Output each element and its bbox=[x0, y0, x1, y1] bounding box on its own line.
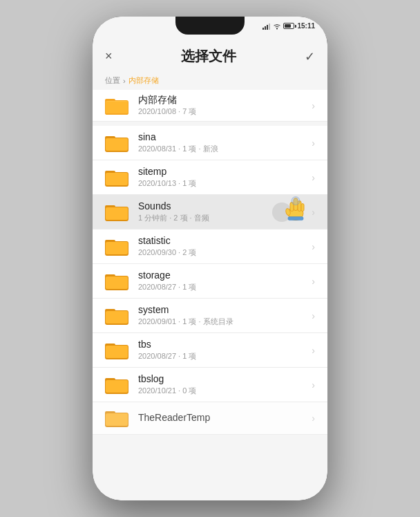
battery-icon bbox=[283, 23, 294, 29]
folder-icon bbox=[105, 236, 130, 257]
breadcrumb-current[interactable]: 内部存储 bbox=[128, 75, 159, 86]
breadcrumb-label: 位置 bbox=[105, 75, 120, 86]
folder-icon bbox=[105, 271, 130, 292]
file-name: tbslog bbox=[138, 373, 309, 384]
file-info: storage 2020/08/27 · 1 项 bbox=[138, 270, 309, 292]
list-item-sounds[interactable]: Sounds 1 分钟前 · 2 项 · 音频 › bbox=[93, 195, 327, 229]
chevron-right-icon: › bbox=[312, 100, 315, 111]
folder-icon bbox=[105, 408, 130, 429]
app-header: × 选择文件 ✓ bbox=[93, 43, 327, 73]
top-folder-item[interactable]: 内部存储 2020/10/08 · 7 项 › bbox=[93, 90, 327, 122]
list-item[interactable]: statistic 2020/09/30 · 2 项 › bbox=[93, 229, 327, 264]
svg-rect-0 bbox=[262, 28, 264, 30]
top-folder-info: 内部存储 2020/10/08 · 7 项 bbox=[138, 94, 309, 117]
signal-icon bbox=[262, 23, 271, 30]
svg-point-4 bbox=[276, 28, 278, 29]
phone-screen: 15:11 × 选择文件 ✓ 位置 › 内部存储 bbox=[93, 17, 327, 500]
file-info: sina 2020/08/31 · 1 项 · 新浪 bbox=[138, 131, 309, 154]
chevron-right-icon: › bbox=[312, 310, 315, 321]
file-info: statistic 2020/09/30 · 2 项 bbox=[138, 235, 309, 258]
list-item[interactable]: system 2020/09/01 · 1 项 · 系统目录 › bbox=[93, 299, 327, 333]
chevron-right-icon: › bbox=[312, 345, 315, 356]
file-meta: 2020/10/21 · 0 项 bbox=[138, 386, 309, 396]
chevron-right-icon: › bbox=[312, 172, 315, 183]
svg-rect-15 bbox=[106, 173, 128, 185]
folder-icon bbox=[105, 95, 130, 116]
svg-rect-1 bbox=[265, 26, 266, 30]
svg-rect-9 bbox=[106, 102, 128, 113]
chevron-right-icon: › bbox=[312, 276, 315, 287]
file-name: tbs bbox=[138, 339, 309, 350]
chevron-right-icon: › bbox=[312, 138, 315, 149]
list-item[interactable]: tbs 2020/08/27 · 1 项 › bbox=[93, 333, 327, 368]
status-right: 15:11 bbox=[262, 21, 315, 30]
list-item[interactable]: storage 2020/08/27 · 1 项 › bbox=[93, 264, 327, 299]
file-name: statistic bbox=[138, 235, 309, 246]
file-name: sina bbox=[138, 131, 309, 142]
notch bbox=[175, 17, 245, 35]
file-meta: 2020/10/13 · 1 项 bbox=[138, 178, 309, 189]
file-meta: 2020/08/31 · 1 项 · 新浪 bbox=[138, 144, 309, 154]
file-name: storage bbox=[138, 270, 309, 281]
close-button[interactable]: × bbox=[105, 49, 113, 64]
svg-rect-29 bbox=[106, 242, 128, 254]
list-item[interactable]: TheReaderTemp › bbox=[93, 402, 327, 435]
svg-rect-32 bbox=[106, 276, 128, 289]
chevron-right-icon: › bbox=[312, 413, 315, 424]
list-item[interactable]: tbslog 2020/10/21 · 0 项 › bbox=[93, 368, 327, 402]
chevron-right-icon: › bbox=[312, 207, 315, 218]
svg-rect-12 bbox=[106, 138, 128, 151]
file-info: tbs 2020/08/27 · 1 项 bbox=[138, 339, 309, 361]
folder-icon bbox=[105, 167, 130, 188]
svg-rect-2 bbox=[267, 25, 268, 30]
svg-rect-18 bbox=[106, 207, 128, 220]
file-meta: 2020/08/27 · 1 项 bbox=[138, 351, 309, 361]
file-name: system bbox=[138, 304, 309, 315]
file-info: Sounds 1 分钟前 · 2 项 · 音频 bbox=[138, 200, 309, 223]
file-list: sina 2020/08/31 · 1 项 · 新浪 › sitemp 2020… bbox=[93, 126, 327, 500]
breadcrumb-separator: › bbox=[123, 77, 126, 85]
svg-rect-41 bbox=[106, 380, 128, 393]
folder-icon bbox=[105, 375, 130, 395]
chevron-right-icon: › bbox=[312, 241, 315, 252]
file-info: TheReaderTemp bbox=[138, 412, 309, 424]
folder-icon bbox=[105, 202, 130, 223]
file-meta: 2020/09/30 · 2 项 bbox=[138, 247, 309, 258]
file-meta: 2020/09/01 · 1 项 · 系统目录 bbox=[138, 317, 309, 327]
folder-icon bbox=[105, 340, 130, 361]
svg-rect-38 bbox=[106, 346, 128, 358]
file-name: Sounds bbox=[138, 200, 309, 212]
list-item[interactable]: sina 2020/08/31 · 1 项 · 新浪 › bbox=[93, 126, 327, 160]
svg-rect-44 bbox=[106, 413, 128, 426]
page-title: 选择文件 bbox=[181, 47, 236, 66]
phone-frame: 15:11 × 选择文件 ✓ 位置 › 内部存储 bbox=[93, 17, 327, 500]
file-info: tbslog 2020/10/21 · 0 项 bbox=[138, 373, 309, 396]
wifi-icon bbox=[273, 23, 281, 30]
file-meta: 1 分钟前 · 2 项 · 音频 bbox=[138, 213, 309, 223]
svg-rect-35 bbox=[106, 311, 128, 323]
svg-rect-3 bbox=[269, 24, 270, 30]
list-item[interactable]: sitemp 2020/10/13 · 1 项 › bbox=[93, 160, 327, 195]
file-info: sitemp 2020/10/13 · 1 项 bbox=[138, 166, 309, 189]
file-name: sitemp bbox=[138, 166, 309, 177]
breadcrumb: 位置 › 内部存储 bbox=[93, 73, 327, 90]
folder-icon bbox=[105, 133, 130, 153]
status-bar: 15:11 bbox=[93, 17, 327, 43]
confirm-button[interactable]: ✓ bbox=[305, 49, 315, 64]
chevron-right-icon: › bbox=[312, 379, 315, 391]
folder-icon bbox=[105, 306, 130, 326]
file-info: system 2020/09/01 · 1 项 · 系统目录 bbox=[138, 304, 309, 327]
file-meta: 2020/08/27 · 1 项 bbox=[138, 282, 309, 292]
file-name: TheReaderTemp bbox=[138, 412, 309, 423]
status-time: 15:11 bbox=[297, 22, 315, 30]
top-folder-meta: 2020/10/08 · 7 项 bbox=[138, 106, 309, 117]
status-icons bbox=[262, 23, 294, 30]
top-folder-name: 内部存储 bbox=[138, 94, 309, 106]
